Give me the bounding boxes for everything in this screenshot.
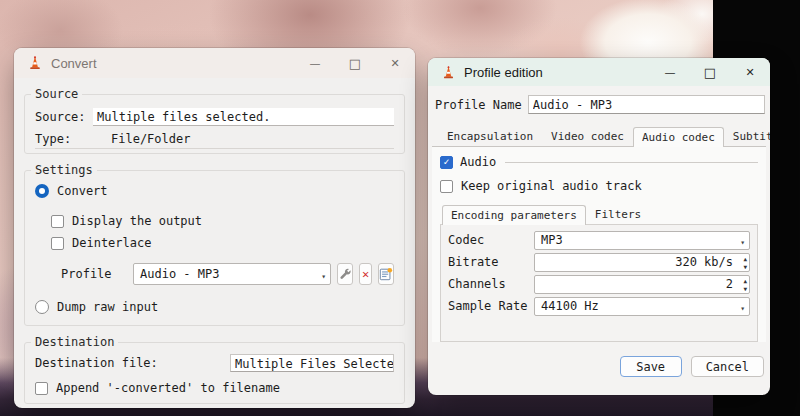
encoding-subtabs: Encoding parameters Filters: [442, 204, 758, 224]
sample-rate-label: Sample Rate: [448, 299, 534, 313]
profile-label: Profile: [61, 267, 127, 281]
settings-group-label: Settings: [31, 163, 97, 177]
profile-titlebar: Profile edition — □ ✕: [428, 58, 770, 86]
source-label: Source:: [35, 110, 93, 124]
profile-select[interactable]: Audio - MP3 ▾: [133, 263, 331, 285]
profile-tabs: Encapsulation Video codec Audio codec Su…: [438, 126, 770, 146]
channels-label: Channels: [448, 277, 534, 291]
audio-checkbox[interactable]: ✓ Audio: [440, 155, 758, 169]
dropdown-arrow-icon: ▾: [321, 267, 326, 285]
new-profile-button[interactable]: [378, 263, 394, 285]
maximize-icon[interactable]: □: [335, 48, 375, 78]
display-output-label: Display the output: [72, 214, 202, 228]
tab-audio-codec[interactable]: Audio codec: [633, 127, 724, 147]
vlc-cone-icon: [27, 55, 43, 71]
dump-raw-input-label: Dump raw input: [57, 300, 158, 314]
bitrate-value: 320 kb/s: [675, 255, 733, 269]
checkbox-unchecked-icon: [51, 237, 64, 250]
audio-checkbox-label: Audio: [460, 155, 496, 169]
channels-value: 2: [726, 277, 733, 291]
dropdown-arrow-icon: ▾: [740, 234, 745, 250]
append-converted-checkbox[interactable]: Append '-converted' to filename: [35, 379, 394, 397]
divider: [505, 162, 758, 163]
spin-down-icon[interactable]: ▼: [743, 285, 747, 293]
spin-up-icon[interactable]: ▲: [743, 277, 747, 285]
audio-codec-pane: ✓ Audio Keep original audio track Encodi…: [432, 146, 766, 342]
dump-raw-input-radio[interactable]: Dump raw input: [35, 299, 394, 315]
type-value: File/Folder: [93, 132, 190, 146]
convert-radio[interactable]: Convert: [35, 183, 394, 199]
convert-radio-label: Convert: [57, 184, 108, 198]
settings-group: Settings Convert Display the output Dein…: [24, 170, 405, 326]
new-profile-icon: [379, 267, 393, 281]
tab-subtitles[interactable]: Subtitles: [724, 126, 770, 146]
destination-file-field[interactable]: Multiple Files Selected.: [230, 354, 394, 372]
sample-rate-value: 44100 Hz: [541, 299, 599, 313]
radio-unselected-icon: [35, 300, 49, 314]
deinterlace-checkbox[interactable]: Deinterlace: [51, 235, 394, 251]
codec-label: Codec: [448, 233, 534, 247]
save-button[interactable]: Save: [620, 356, 682, 377]
spin-down-icon[interactable]: ▼: [743, 263, 747, 271]
convert-titlebar: Convert — □ ✕: [14, 48, 415, 78]
checkbox-unchecked-icon: [51, 215, 64, 228]
source-field[interactable]: Multiple files selected.: [93, 108, 394, 126]
convert-window: Convert — □ ✕ Source Source: Multiple fi…: [14, 48, 415, 408]
cancel-button[interactable]: Cancel: [691, 356, 764, 377]
subtab-encoding-parameters[interactable]: Encoding parameters: [442, 205, 586, 225]
destination-file-label: Destination file:: [35, 356, 230, 370]
tab-video-codec[interactable]: Video codec: [542, 126, 633, 146]
close-icon[interactable]: ✕: [375, 48, 415, 78]
edit-profile-button[interactable]: [337, 263, 353, 285]
profile-name-label: Profile Name: [435, 98, 522, 112]
subtab-filters[interactable]: Filters: [586, 204, 650, 224]
profile-edition-window: Profile edition — □ ✕ Profile Name Encap…: [428, 58, 770, 395]
source-group: Source Source: Multiple files selected. …: [24, 94, 405, 154]
source-group-label: Source: [31, 87, 82, 101]
encoding-parameters-pane: Codec MP3 ▾ Bitrate 320 kb/s ▲ ▼ Channel…: [440, 224, 758, 342]
delete-x-icon: ✕: [362, 267, 369, 281]
spin-up-icon[interactable]: ▲: [743, 255, 747, 263]
bitrate-label: Bitrate: [448, 255, 534, 269]
close-icon[interactable]: ✕: [730, 58, 770, 86]
maximize-icon[interactable]: □: [690, 58, 730, 86]
append-converted-label: Append '-converted' to filename: [56, 381, 280, 395]
channels-spinner[interactable]: 2 ▲ ▼: [534, 275, 750, 294]
wrench-icon: [338, 267, 352, 281]
sample-rate-select[interactable]: 44100 Hz ▾: [534, 297, 750, 316]
delete-profile-button[interactable]: ✕: [359, 263, 372, 285]
minimize-icon[interactable]: —: [650, 58, 690, 86]
deinterlace-label: Deinterlace: [72, 236, 151, 250]
keep-original-audio-label: Keep original audio track: [461, 179, 642, 193]
radio-selected-icon: [35, 184, 49, 198]
destination-group-label: Destination: [31, 335, 118, 349]
convert-window-title: Convert: [51, 56, 97, 71]
display-output-checkbox[interactable]: Display the output: [51, 213, 394, 229]
dropdown-arrow-icon: ▾: [740, 300, 745, 316]
minimize-icon[interactable]: —: [295, 48, 335, 78]
destination-group: Destination Destination file: Multiple F…: [24, 342, 405, 404]
checkbox-unchecked-icon: [440, 180, 453, 193]
codec-select[interactable]: MP3 ▾: [534, 231, 750, 250]
codec-select-value: MP3: [541, 233, 563, 247]
profile-name-input[interactable]: [528, 95, 765, 114]
type-label: Type:: [35, 132, 93, 146]
keep-original-audio-checkbox[interactable]: Keep original audio track: [440, 178, 758, 194]
checkbox-unchecked-icon: [35, 382, 48, 395]
checkbox-checked-icon: ✓: [440, 156, 453, 169]
profile-window-title: Profile edition: [464, 65, 543, 80]
vlc-cone-icon: [441, 65, 456, 80]
profile-select-value: Audio - MP3: [140, 267, 219, 281]
bitrate-spinner[interactable]: 320 kb/s ▲ ▼: [534, 253, 750, 272]
tab-encapsulation[interactable]: Encapsulation: [438, 126, 542, 146]
